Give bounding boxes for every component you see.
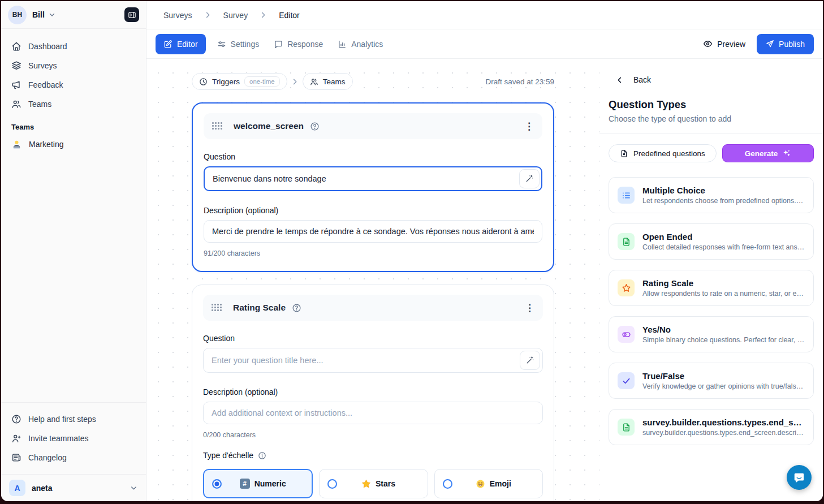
question-type-description: Verify knowledge or gather opinions with… — [642, 382, 805, 390]
teams-chip[interactable]: Teams — [303, 73, 353, 90]
breadcrumb-survey[interactable]: Survey — [223, 11, 248, 20]
question-card-title: Rating Scale — [233, 303, 286, 313]
hash-keycap-icon: # — [240, 479, 250, 489]
question-type-true-false[interactable]: True/False Verify knowledge or gather op… — [609, 363, 814, 399]
bar-chart-icon — [338, 40, 347, 49]
breadcrumb: Surveys Survey Editor — [146, 1, 823, 29]
question-type-title: Multiple Choice — [642, 186, 805, 195]
sidebar-item-invite[interactable]: Invite teammates — [7, 429, 140, 448]
info-circle-icon[interactable] — [258, 451, 266, 460]
sidebar-item-label: Invite teammates — [28, 434, 89, 443]
scale-option-label: Numeric — [254, 479, 286, 488]
tab-analytics[interactable]: Analytics — [338, 40, 383, 49]
screen: BH Bill Dashboard — [0, 0, 824, 504]
question-input[interactable] — [204, 166, 542, 191]
technologist-emoji-icon — [11, 139, 22, 150]
breadcrumb-editor: Editor — [279, 11, 300, 20]
sidebar-item-dashboard[interactable]: Dashboard — [7, 37, 140, 56]
chevron-down-icon — [48, 11, 56, 19]
message-icon — [274, 40, 283, 49]
description-input[interactable] — [203, 402, 543, 424]
sidebar: BH Bill Dashboard — [1, 1, 146, 501]
ai-rewrite-button[interactable] — [519, 169, 540, 188]
collapse-sidebar-button[interactable] — [124, 7, 139, 22]
question-type-yes-no[interactable]: Yes/No Simple binary choice questions. P… — [609, 316, 814, 352]
panel-actions: Predefined questions Generate — [609, 144, 814, 162]
question-help-icon[interactable] — [310, 122, 320, 131]
breadcrumb-surveys[interactable]: Surveys — [163, 11, 192, 20]
char-count: 91/200 characters — [204, 249, 542, 257]
question-type-description: Let respondents choose from predefined o… — [642, 197, 805, 205]
predefined-questions-button[interactable]: Predefined questions — [609, 144, 717, 162]
question-type-description: survey.builder.questions.types.end_scree… — [642, 429, 805, 437]
kebab-menu-icon[interactable]: ⋮ — [525, 303, 534, 313]
drag-handle-icon[interactable] — [212, 122, 223, 130]
canvas-chips-row: Triggers one-time Teams — [192, 73, 554, 90]
radio-selected[interactable] — [212, 479, 222, 489]
pencil-square-icon — [163, 40, 172, 49]
layers-icon — [11, 61, 21, 71]
workspace-name: Bill — [32, 10, 45, 19]
scale-option-label: Emoji — [490, 479, 511, 488]
app-window: BH Bill Dashboard — [1, 1, 823, 501]
sidebar-item-changelog[interactable]: Changelog — [7, 448, 140, 467]
question-type-open-ended[interactable]: Open Ended Collect detailed responses wi… — [609, 223, 814, 260]
eye-icon — [703, 39, 713, 49]
sidebar-spacer — [1, 154, 146, 402]
question-card-rating-scale[interactable]: Rating Scale ⋮ Question — [192, 285, 554, 501]
scale-option-numeric[interactable]: # Numeric — [203, 469, 313, 498]
question-card-welcome-screen[interactable]: welcome_screen ⋮ Question — [192, 102, 554, 272]
question-type-list: Multiple Choice Let respondents choose f… — [609, 177, 814, 445]
question-type-end-screen[interactable]: survey.builder.questions.types.end_scr..… — [609, 409, 814, 445]
sidebar-item-label: Feedback — [28, 80, 63, 89]
workspace-avatar: BH — [8, 6, 27, 24]
tab-response[interactable]: Response — [274, 40, 323, 49]
question-type-title: True/False — [642, 371, 805, 381]
smiley-emoji-icon — [476, 479, 485, 489]
drag-handle-icon[interactable] — [212, 304, 222, 312]
preview-button[interactable]: Preview — [703, 39, 745, 49]
description-input[interactable] — [204, 220, 542, 243]
sidebar-item-label: Changelog — [28, 453, 67, 462]
question-input[interactable] — [203, 348, 543, 373]
question-type-multiple-choice[interactable]: Multiple Choice Let respondents choose f… — [609, 177, 814, 213]
question-types-panel: Back Question Types Choose the type of q… — [599, 59, 823, 501]
sidebar-item-label: Help and first steps — [28, 415, 96, 424]
account-switcher[interactable]: A aneta — [1, 474, 146, 501]
question-type-rating-scale[interactable]: Rating Scale Allow respondents to rate o… — [609, 270, 814, 306]
tab-label: Response — [287, 40, 323, 49]
back-button[interactable]: Back — [615, 75, 823, 84]
question-card-title: welcome_screen — [234, 121, 304, 131]
sidebar-item-teams[interactable]: Teams — [7, 94, 140, 114]
triggers-chip[interactable]: Triggers one-time — [192, 73, 287, 90]
sidebar-nav: Dashboard Surveys Feedback — [1, 29, 146, 114]
preview-label: Preview — [717, 40, 745, 49]
tab-editor[interactable]: Editor — [156, 34, 206, 54]
publish-button[interactable]: Publish — [757, 34, 814, 54]
question-help-icon[interactable] — [292, 303, 301, 313]
tab-settings[interactable]: Settings — [217, 40, 260, 49]
radio-unselected[interactable] — [443, 479, 452, 489]
sidebar-item-label: Dashboard — [28, 42, 67, 51]
question-type-description: Simple binary choice questions. Perfect … — [642, 336, 805, 344]
workspace-switcher[interactable]: BH Bill — [1, 1, 146, 29]
sidebar-team-marketing[interactable]: Marketing — [1, 135, 146, 154]
newspaper-icon — [11, 453, 21, 463]
radio-unselected[interactable] — [327, 479, 337, 489]
star-icon — [618, 279, 635, 296]
chevron-right-icon — [291, 77, 299, 86]
kebab-menu-icon[interactable]: ⋮ — [524, 122, 534, 131]
generate-button[interactable]: Generate — [722, 144, 814, 162]
chat-launcher-button[interactable] — [787, 465, 812, 490]
chevron-right-icon — [259, 11, 268, 19]
sidebar-item-surveys[interactable]: Surveys — [7, 56, 140, 75]
file-icon — [620, 149, 628, 158]
scale-option-emoji[interactable]: Emoji — [434, 469, 543, 498]
scale-option-stars[interactable]: Stars — [319, 469, 428, 498]
ai-rewrite-button[interactable] — [520, 351, 540, 370]
magic-wand-icon — [525, 174, 534, 183]
sidebar-item-help[interactable]: Help and first steps — [7, 410, 140, 429]
sidebar-item-feedback[interactable]: Feedback — [7, 75, 140, 94]
question-label: Question — [204, 152, 542, 161]
back-label: Back — [633, 75, 651, 84]
